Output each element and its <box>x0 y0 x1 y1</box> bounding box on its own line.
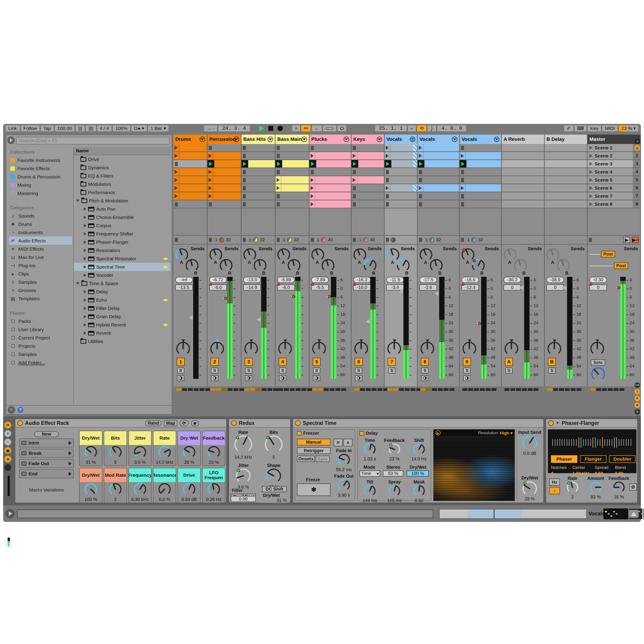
knob-spray_label[interactable]: Spray165 ms <box>383 479 406 503</box>
scene-slot[interactable]: Scene 11 <box>588 144 641 152</box>
track-stop-icon[interactable] <box>277 238 280 242</box>
clip-slot[interactable] <box>418 152 460 160</box>
category-item-samples[interactable]: ⌇Samples <box>9 278 72 286</box>
automation-re-enable-button[interactable]: O <box>337 125 347 132</box>
category-item-sounds[interactable]: ♫Sounds <box>9 212 72 220</box>
chevron-right-icon[interactable] <box>84 257 86 261</box>
track-activator-button[interactable]: B <box>548 358 556 366</box>
variation-row[interactable]: End <box>19 469 74 478</box>
peak-level-value[interactable]: -11.5 <box>386 277 404 283</box>
view-toggle-r[interactable]: R <box>635 396 640 401</box>
knob-mask_label[interactable]: Mask0.52 <box>407 479 431 503</box>
crossfade-assign-row[interactable] <box>244 388 278 391</box>
clip-stop-icon[interactable] <box>243 154 246 158</box>
clip-slot[interactable] <box>352 144 385 152</box>
clip-stop-icon[interactable] <box>419 202 422 206</box>
clip-slot[interactable] <box>352 160 385 168</box>
peak-level-value[interactable]: -6.72 <box>209 277 227 283</box>
session-record-button[interactable]: ⚯ <box>301 125 311 132</box>
track-header[interactable]: Drums <box>174 135 208 144</box>
tree-item-dynamics[interactable]: Dynamics <box>74 163 170 172</box>
clip[interactable] <box>309 152 351 159</box>
clip-slot[interactable] <box>241 168 275 176</box>
clip-stop-icon[interactable] <box>386 170 389 174</box>
chevron-right-icon[interactable] <box>84 265 86 269</box>
pan-knob[interactable] <box>278 341 292 357</box>
rack-rail-icon-0[interactable]: ⟳ <box>4 422 11 428</box>
clip[interactable] <box>275 184 309 192</box>
mode-button-phaser[interactable]: Phaser <box>551 455 577 463</box>
crossfade-assign-row[interactable] <box>210 388 244 391</box>
crossfade-assign-row[interactable] <box>176 388 210 391</box>
clip-playing[interactable] <box>352 160 384 167</box>
track-header[interactable]: A Reverb <box>502 135 545 144</box>
clip[interactable] <box>309 200 351 208</box>
volume-field[interactable]: -2.6 <box>419 284 437 290</box>
clip-playing[interactable] <box>208 160 241 167</box>
scene-play-icon[interactable] <box>589 178 592 182</box>
track-dropdown-icon[interactable] <box>234 137 239 142</box>
pan-knob[interactable] <box>462 341 477 357</box>
clip-slot[interactable] <box>502 192 545 200</box>
clip-slot[interactable] <box>241 160 275 168</box>
key-map-button[interactable]: Key <box>587 125 601 132</box>
pan-knob[interactable] <box>210 341 225 357</box>
volume-fader-handle[interactable] <box>256 317 261 322</box>
draw-pencil-icon[interactable]: ✐ <box>564 125 574 132</box>
peak-level-value[interactable]: -0.30 <box>589 277 607 283</box>
macro-value[interactable]: 0.26 Hz <box>203 497 225 502</box>
clip-slot[interactable] <box>309 184 352 192</box>
map-button[interactable]: Map <box>164 420 177 426</box>
knob-tilt_label[interactable]: Tilt144 ms <box>358 479 381 503</box>
clip-slot[interactable] <box>418 200 460 208</box>
track-dropdown-icon[interactable] <box>494 137 499 142</box>
rand-button[interactable]: Rand <box>145 420 162 426</box>
category-item-audio-effects[interactable]: ᴘᴵAudio Effects <box>9 237 72 245</box>
loop-button[interactable]: ⟲ <box>417 125 427 132</box>
clip-slot[interactable] <box>241 184 275 192</box>
volume-fader-handle[interactable] <box>615 285 620 290</box>
play-button[interactable] <box>259 125 264 131</box>
clip-slot[interactable] <box>502 160 545 168</box>
clip-slot[interactable] <box>460 144 502 152</box>
clip-stop-icon[interactable] <box>386 202 389 206</box>
arm-button[interactable] <box>355 375 362 381</box>
knob-shift_label[interactable]: Shift14.0 Hz <box>407 438 431 462</box>
variation-row[interactable]: Intro <box>19 439 74 447</box>
volume-field[interactable]: 0 <box>589 284 607 290</box>
volume-field[interactable]: -6.0 <box>277 284 295 290</box>
arrangement-overview[interactable] <box>439 509 587 519</box>
variation-camera-icon[interactable] <box>21 441 26 445</box>
punch-out-button[interactable]: ⎭ <box>427 125 437 132</box>
clip-slot[interactable] <box>352 168 385 176</box>
pan-knob[interactable] <box>387 341 402 357</box>
chevron-right-icon[interactable] <box>84 273 86 277</box>
macro-knob-9[interactable]: Resonance0.0 % <box>153 468 176 503</box>
volume-field[interactable]: -6.0 <box>209 284 227 290</box>
peak-level-value[interactable]: -17.5 <box>419 277 437 283</box>
volume-fader-handle[interactable] <box>434 291 439 296</box>
freeze-button[interactable]: ✱ <box>297 483 330 496</box>
category-item-templates[interactable]: ▤Templates <box>9 294 72 303</box>
tree-item-pitch-modulation[interactable]: Pitch & Modulation <box>74 197 170 205</box>
volume-field[interactable]: -14.9 <box>243 284 261 290</box>
peak-level-value[interactable]: -16.6 <box>462 277 479 283</box>
device-title[interactable]: Audio Effect Rack <box>25 420 69 426</box>
volume-fader-handle[interactable] <box>398 289 403 294</box>
clip-slot[interactable] <box>208 160 241 168</box>
volume-field[interactable]: 0 <box>504 284 521 290</box>
clip-stop-icon[interactable] <box>277 146 280 150</box>
clip[interactable] <box>174 168 207 176</box>
name-column-header[interactable]: Name <box>74 147 170 155</box>
crossfade-assign-row[interactable] <box>387 388 421 391</box>
device-fold-icon[interactable]: ▼ <box>556 421 559 425</box>
knob-rate_label[interactable]: Rate14.2 kHz <box>230 430 257 460</box>
variation-launch-icon[interactable] <box>69 441 72 445</box>
macro-knob-2[interactable]: Jitter3.6 % <box>128 431 152 466</box>
macro-knob-7[interactable]: Mod Rate2 <box>104 468 127 503</box>
macro-knob-8[interactable]: Frequency6.30 kHz <box>128 468 152 503</box>
variation-camera-icon[interactable] <box>21 451 26 455</box>
solo-button[interactable]: S <box>177 368 184 373</box>
clip[interactable] <box>208 192 241 200</box>
clip-slot[interactable] <box>385 184 418 192</box>
